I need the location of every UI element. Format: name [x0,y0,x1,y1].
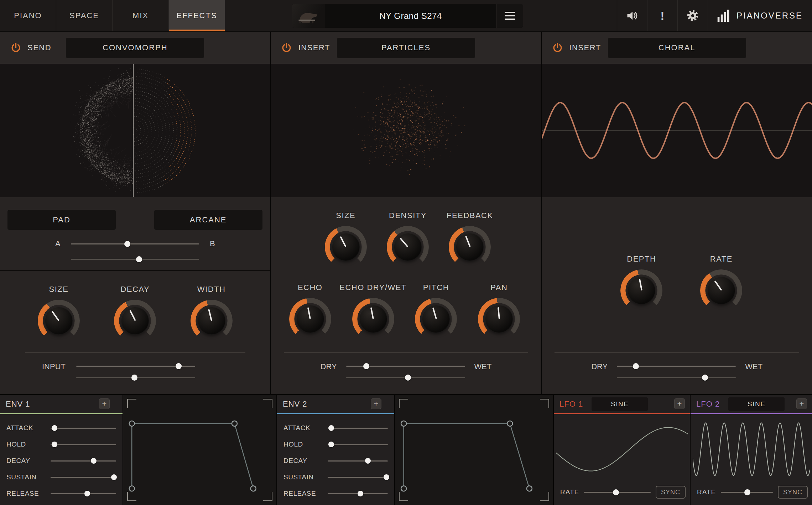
pianoverse-app: PIANO SPACE MIX EFFECTS NY Grand S274 [0,0,812,505]
echo-knob[interactable] [289,298,331,340]
lfo1-title: LFO 1 [559,400,583,409]
convomorph-power-button[interactable] [9,41,22,54]
lfo2-shape-select[interactable]: SINE [728,397,785,411]
tab-mix[interactable]: MIX [113,0,169,31]
slider-thumb[interactable] [633,363,639,369]
knob-label: DECAY [120,285,150,294]
slider-thumb[interactable] [405,375,411,381]
slider-thumb[interactable] [358,491,363,496]
morph-slider[interactable] [71,238,199,249]
sustain-slider[interactable] [328,472,388,483]
slider-thumb[interactable] [111,474,117,480]
lfo1-add-button[interactable]: + [674,398,685,409]
slider-thumb[interactable] [52,442,57,447]
lfo1-shape-select[interactable]: SINE [592,397,648,411]
sustain-slider[interactable] [51,472,116,483]
volume-icon [626,9,639,22]
echo-drywet-knob[interactable] [352,298,394,340]
slider-thumb[interactable] [328,442,334,447]
slider-thumb[interactable] [52,425,57,431]
settings-button[interactable] [678,0,708,31]
input-slider[interactable] [76,360,195,372]
morph-b-button[interactable]: ARCANE [154,210,262,230]
rate-label: RATE [697,488,716,496]
section-divider [284,352,529,353]
env2-add-button[interactable]: + [371,398,381,409]
slider-track [51,477,116,478]
slider-thumb[interactable] [365,458,371,464]
lfo1-rate-slider[interactable] [584,487,651,498]
sustain-row: SUSTAIN [283,469,388,485]
drywet-slider[interactable] [346,360,465,372]
lfo2-accent-line [691,413,812,414]
lfo1-sync-button[interactable]: SYNC [656,486,686,499]
envelope-node[interactable] [232,421,237,426]
input-secondary-slider[interactable] [76,372,195,383]
envelope-node[interactable] [401,486,406,491]
slider-thumb[interactable] [131,375,137,381]
morph-a-button[interactable]: PAD [7,210,116,230]
decay-slider[interactable] [328,455,388,466]
choral-power-button[interactable] [551,41,564,54]
drywet-secondary-slider[interactable] [617,372,736,383]
release-slider[interactable] [51,488,116,499]
attack-slider[interactable] [328,423,388,433]
lfo2-sync-button[interactable]: SYNC [778,486,808,499]
release-row: RELEASE [6,485,116,502]
attack-row: ATTACK [6,420,116,436]
slider-thumb[interactable] [91,458,97,464]
slider-thumb[interactable] [363,363,369,369]
release-slider[interactable] [328,488,388,499]
pitch-knob[interactable] [415,298,457,340]
pan-knob[interactable] [478,298,520,340]
drywet-secondary-slider[interactable] [346,372,465,383]
slider-thumb[interactable] [84,491,90,496]
slider-thumb[interactable] [702,375,708,381]
env1-graph[interactable] [123,395,276,505]
envelope-node[interactable] [129,421,135,426]
env1-add-button[interactable]: + [99,398,110,409]
attack-slider[interactable] [51,423,116,433]
envelope-node[interactable] [251,486,256,491]
tab-space[interactable]: SPACE [56,0,113,31]
lfo2-rate-slider[interactable] [721,487,773,498]
hold-slider[interactable] [328,439,388,450]
envelope-node[interactable] [129,486,135,491]
density-knob[interactable] [387,226,429,268]
envelope-node[interactable] [401,421,406,426]
preset-menu-button[interactable] [496,4,523,28]
alert-button[interactable]: ! [647,0,677,31]
slider-thumb[interactable] [124,241,130,247]
slider-thumb[interactable] [176,363,182,369]
rate-knob[interactable] [700,269,742,311]
section-divider [555,352,799,353]
env2-graph[interactable] [394,395,553,505]
particles-power-button[interactable] [280,41,293,54]
tab-effects[interactable]: EFFECTS [169,0,225,31]
convomorph-select-button[interactable]: CONVOMORPH [66,38,204,58]
hold-slider[interactable] [51,439,116,450]
feedback-knob[interactable] [449,226,491,268]
tab-piano[interactable]: PIANO [0,0,56,31]
lfo2-add-button[interactable]: + [796,398,807,409]
slider-thumb[interactable] [328,425,334,431]
envelope-node[interactable] [527,486,532,491]
size-knob[interactable] [38,300,80,342]
decay-slider[interactable] [51,455,116,466]
drywet-slider[interactable] [617,360,736,372]
choral-select-button[interactable]: CHORAL [608,38,746,58]
slider-thumb[interactable] [613,489,619,495]
slider-thumb[interactable] [744,489,750,495]
lfo1-accent-line [554,413,690,414]
decay-knob[interactable] [114,300,156,342]
size-knob[interactable] [325,226,367,268]
depth-knob[interactable] [620,269,662,311]
width-knob[interactable] [191,300,233,342]
morph-secondary-slider[interactable] [71,253,199,265]
volume-button[interactable] [617,0,647,31]
slider-thumb[interactable] [384,474,389,480]
preset-selector[interactable]: NY Grand S274 [292,4,523,28]
slider-thumb[interactable] [136,256,142,262]
envelope-node[interactable] [507,421,512,426]
particles-select-button[interactable]: PARTICLES [337,38,475,58]
